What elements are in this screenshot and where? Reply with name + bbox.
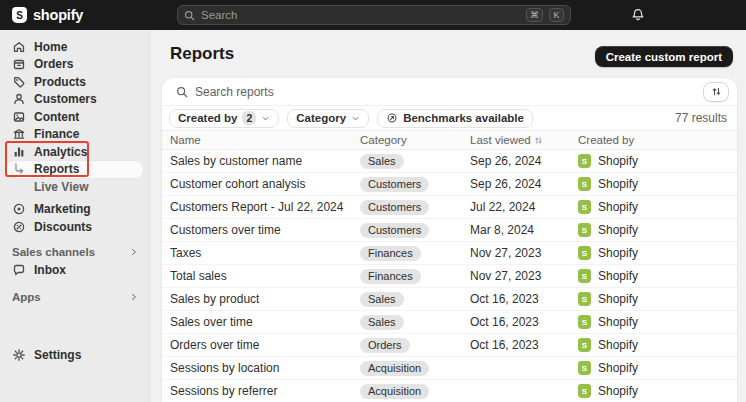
sidebar-item-label: Inbox [34,263,66,277]
products-icon [12,75,26,89]
shopify-bag-icon [578,361,591,375]
sidebar-item-live-view[interactable]: Live View [6,178,143,196]
category-badge: Orders [360,338,410,353]
table-row[interactable]: Customers Report - Jul 22, 2024 Customer… [162,196,737,219]
created-by-label: Shopify [598,223,638,237]
created-by-label: Shopify [598,177,638,191]
sidebar-item-home[interactable]: Home [6,38,143,56]
table-row[interactable]: Customers over time Customers Mar 8, 202… [162,219,737,242]
section-label: Sales channels [12,246,95,258]
table-row[interactable]: Sessions by referrer Acquisition Shopify [162,380,737,402]
shopify-bag-icon [578,384,591,398]
shopify-logo-text: shopify [33,7,83,23]
sidebar-section-sales-channels[interactable]: Sales channels [6,244,143,262]
created-by-label: Shopify [598,338,638,352]
shopify-bag-icon [578,338,591,352]
category-badge: Acquisition [360,384,429,399]
table-row[interactable]: Sales over time Sales Oct 16, 2023 Shopi… [162,311,737,334]
category-badge: Customers [360,177,429,192]
table-row[interactable]: Sessions by location Acquisition Shopify [162,357,737,380]
sidebar-item-analytics[interactable]: Analytics [6,143,143,161]
report-name[interactable]: Sales by product [170,292,360,306]
sidebar-item-discounts[interactable]: Discounts [6,218,143,236]
sidebar-item-settings[interactable]: Settings [6,347,143,365]
report-name[interactable]: Sessions by referrer [170,384,360,398]
table-row[interactable]: Sales by product Sales Oct 16, 2023 Shop… [162,288,737,311]
sidebar-item-finance[interactable]: Finance [6,126,143,144]
customers-icon [12,92,26,106]
table-row[interactable]: Customer cohort analysis Customers Sep 2… [162,173,737,196]
sidebar-item-content[interactable]: Content [6,108,143,126]
results-count: 77 results [675,111,727,125]
report-name[interactable]: Taxes [170,246,360,260]
search-reports-input[interactable] [195,85,696,99]
search-icon [184,10,195,21]
orders-icon [12,57,26,71]
sidebar-item-inbox[interactable]: Inbox [6,261,143,279]
shopify-logo[interactable]: shopify [12,7,83,23]
chevron-down-icon [261,114,270,123]
table-row[interactable]: Orders over time Orders Oct 16, 2023 Sho… [162,334,737,357]
home-icon [12,40,26,54]
report-name[interactable]: Total sales [170,269,360,283]
filter-label: Benchmarks available [403,112,524,124]
created-by-label: Shopify [598,292,638,306]
report-name[interactable]: Sales by customer name [170,154,360,168]
sidebar-item-customers[interactable]: Customers [6,91,143,109]
shopify-bag-icon [578,292,591,306]
last-viewed: Mar 8, 2024 [470,223,578,237]
sidebar-item-reports[interactable]: Reports [6,161,143,179]
filter-created-by[interactable]: Created by 2 [169,109,279,128]
global-search-input[interactable] [201,9,520,21]
column-header-last-viewed[interactable]: Last viewed [470,134,578,146]
created-by-label: Shopify [598,315,638,329]
reports-card: Created by 2 Category Benchmarks availab… [162,78,737,402]
column-header-category[interactable]: Category [360,134,470,146]
create-custom-report-button[interactable]: Create custom report [595,46,733,67]
filter-category[interactable]: Category [287,109,369,128]
category-badge: Customers [360,223,429,238]
report-name[interactable]: Customers over time [170,223,360,237]
sidebar-item-marketing[interactable]: Marketing [6,201,143,219]
table-row[interactable]: Sales by customer name Sales Sep 26, 202… [162,150,737,173]
last-viewed: Nov 27, 2023 [470,246,578,260]
filter-count-badge: 2 [242,111,256,125]
sidebar-item-label: Finance [34,127,79,141]
category-badge: Sales [360,154,404,169]
column-header-created-by[interactable]: Created by [578,134,737,146]
last-viewed: Oct 16, 2023 [470,315,578,329]
table-row[interactable]: Total sales Finances Nov 27, 2023 Shopif… [162,265,737,288]
last-viewed: Oct 16, 2023 [470,338,578,352]
filter-benchmarks[interactable]: Benchmarks available [377,109,533,128]
table-row[interactable]: Taxes Finances Nov 27, 2023 Shopify [162,242,737,265]
report-name[interactable]: Sales over time [170,315,360,329]
finance-icon [12,127,26,141]
report-name[interactable]: Customer cohort analysis [170,177,360,191]
column-header-name[interactable]: Name [170,134,360,146]
sidebar-item-label: Marketing [34,202,91,216]
gear-icon [12,348,26,362]
sidebar-item-label: Analytics [34,145,87,159]
sidebar-item-label: Products [34,75,86,89]
chevron-right-icon [129,247,139,257]
sidebar-section-apps[interactable]: Apps [6,289,143,307]
sidebar-item-orders[interactable]: Orders [6,56,143,74]
report-name[interactable]: Sessions by location [170,361,360,375]
bell-icon [631,8,645,22]
sort-button[interactable] [703,82,729,102]
sub-item-arrow-icon [12,162,26,176]
category-badge: Sales [360,315,404,330]
category-badge: Customers [360,200,429,215]
notifications-button[interactable] [631,8,645,22]
sidebar-item-products[interactable]: Products [6,73,143,91]
global-search[interactable]: ⌘ K [177,5,571,25]
report-name[interactable]: Orders over time [170,338,360,352]
category-badge: Acquisition [360,361,429,376]
filter-row: Created by 2 Category Benchmarks availab… [162,106,737,130]
report-name[interactable]: Customers Report - Jul 22, 2024 [170,200,360,214]
inbox-icon [12,263,26,277]
category-badge: Finances [360,246,421,261]
last-viewed: Sep 26, 2024 [470,154,578,168]
category-badge: Sales [360,292,404,307]
reports-search-row [162,78,737,106]
